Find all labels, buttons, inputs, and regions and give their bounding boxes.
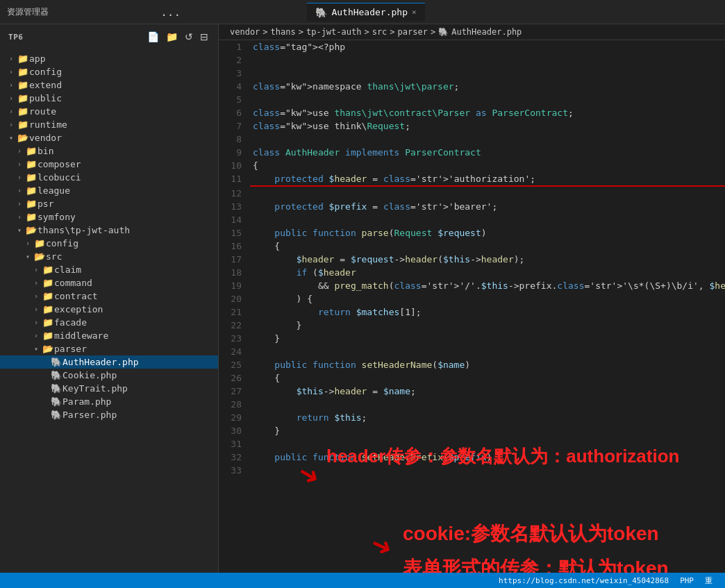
tree-label: bin bbox=[38, 146, 218, 156]
tree-item-command[interactable]: › 📁 command bbox=[0, 276, 218, 289]
line-content: public function setHeaderPrefix($prefix) bbox=[250, 451, 725, 464]
tree-item-composer[interactable]: › 📁 composer bbox=[0, 158, 218, 171]
line-content: { bbox=[250, 371, 725, 385]
line-content: return $matches[1]; bbox=[250, 305, 725, 319]
tree-item-lcobucci[interactable]: › 📁 lcobucci bbox=[0, 171, 218, 184]
title-bar: 资源管理器 ... 🐘 AuthHeader.php × bbox=[0, 0, 725, 24]
line-number: 12 bbox=[219, 187, 250, 200]
line-content: ) { bbox=[250, 292, 725, 305]
tree-label: league bbox=[38, 185, 218, 196]
tree-icon: 📁 bbox=[42, 291, 54, 301]
tree-arrow: › bbox=[6, 121, 17, 128]
line-content: && preg_match(class='str'>'/'.$this->pre… bbox=[250, 279, 725, 292]
breadcrumb-file: AuthHeader.php bbox=[451, 27, 522, 37]
tree-arrow: ▾ bbox=[31, 345, 42, 353]
line-content: class="kw">namespace thans\jwt\parser; bbox=[250, 80, 725, 93]
line-number: 33 bbox=[219, 464, 250, 477]
tab-php-icon: 🐘 bbox=[315, 7, 327, 18]
tree-item-psr[interactable]: › 📁 psr bbox=[0, 197, 218, 210]
line-number: 5 bbox=[219, 93, 250, 106]
tree-icon: 📁 bbox=[17, 93, 29, 103]
line-number: 32 bbox=[219, 451, 250, 464]
line-content: } bbox=[250, 424, 725, 437]
tree-icon: 🐘 bbox=[50, 370, 62, 380]
new-file-button[interactable]: 📄 bbox=[146, 30, 160, 44]
tree-label: composer bbox=[38, 159, 218, 169]
tree-item-public[interactable]: › 📁 public bbox=[0, 92, 218, 105]
tree-icon: 📁 bbox=[42, 330, 54, 341]
line-content: $header = $request->header($this->header… bbox=[250, 253, 725, 266]
tree-icon: 📁 bbox=[17, 119, 29, 130]
tree-item-symfony[interactable]: › 📁 symfony bbox=[0, 210, 218, 224]
tree-item-config2[interactable]: › 📁 config bbox=[0, 237, 218, 250]
code-line-8: 8 bbox=[219, 133, 725, 146]
tree-item-route[interactable]: › 📁 route bbox=[0, 105, 218, 118]
tree-item-claim[interactable]: › 📁 claim bbox=[0, 263, 218, 276]
tree-item-parser[interactable]: ▾ 📂 parser bbox=[0, 342, 218, 355]
tree-label: src bbox=[46, 251, 218, 262]
line-content: class AuthHeader implements ParserContra… bbox=[250, 146, 725, 159]
tree-item-bin[interactable]: › 📁 bin bbox=[0, 144, 218, 158]
code-line-23: 23 } bbox=[219, 332, 725, 345]
active-tab[interactable]: 🐘 AuthHeader.php × bbox=[307, 3, 424, 22]
tree-item-vendor[interactable]: ▾ 📂 vendor bbox=[0, 131, 218, 144]
refresh-button[interactable]: ↺ bbox=[183, 30, 194, 44]
tree-item-middleware[interactable]: › 📁 middleware bbox=[0, 329, 218, 342]
dots-menu[interactable]: ... bbox=[160, 6, 181, 19]
code-editor[interactable]: 1class="tag"><?php234class="kw">namespac… bbox=[219, 40, 725, 573]
breadcrumb-thans: thans bbox=[271, 27, 296, 37]
tree-arrow: › bbox=[6, 68, 17, 76]
code-line-15: 15 public function parse(Request $reques… bbox=[219, 226, 725, 240]
tree-arrow: › bbox=[6, 108, 17, 115]
tree-item-contract[interactable]: › 📁 contract bbox=[0, 289, 218, 303]
tree-icon: 📁 bbox=[17, 67, 29, 77]
code-line-3: 3 bbox=[219, 67, 725, 80]
tab-close-button[interactable]: × bbox=[412, 8, 417, 17]
line-content: class="kw">use think\Request; bbox=[250, 119, 725, 133]
tree-icon: 📂 bbox=[17, 133, 29, 143]
tree-icon: 📁 bbox=[42, 317, 54, 328]
tree-icon: 📁 bbox=[42, 264, 54, 275]
tab-bar: 🐘 AuthHeader.php × bbox=[307, 3, 424, 22]
tree-arrow: › bbox=[31, 319, 42, 326]
tree-label: thans\tp-jwt-auth bbox=[38, 225, 218, 235]
tree-item-facade[interactable]: › 📁 facade bbox=[0, 316, 218, 329]
tree-arrow: › bbox=[14, 213, 25, 221]
tree-icon: 📁 bbox=[17, 106, 29, 117]
line-number: 16 bbox=[219, 240, 250, 253]
line-number: 20 bbox=[219, 292, 250, 305]
tree-item-runtime[interactable]: › 📁 runtime bbox=[0, 118, 218, 131]
line-number: 13 bbox=[219, 200, 250, 213]
tree-item-parser2[interactable]: 🐘 Parser.php bbox=[0, 408, 218, 421]
code-line-6: 6class="kw">use thans\jwt\contract\Parse… bbox=[219, 106, 725, 119]
tree-item-config[interactable]: › 📁 config bbox=[0, 65, 218, 78]
tree-item-authheader[interactable]: 🐘 AuthHeader.php bbox=[0, 355, 218, 369]
line-number: 14 bbox=[219, 213, 250, 226]
code-line-10: 10{ bbox=[219, 159, 725, 172]
tree-item-cookie[interactable]: 🐘 Cookie.php bbox=[0, 369, 218, 382]
collapse-button[interactable]: ⊟ bbox=[199, 30, 210, 44]
tree-item-league[interactable]: › 📁 league bbox=[0, 184, 218, 197]
line-number: 24 bbox=[219, 345, 250, 358]
tree-icon: 📁 bbox=[25, 185, 38, 196]
code-line-19: 19 && preg_match(class='str'>'/'.$this->… bbox=[219, 279, 725, 292]
tree-item-keytrait[interactable]: 🐘 KeyTrait.php bbox=[0, 382, 218, 395]
code-line-4: 4class="kw">namespace thans\jwt\parser; bbox=[219, 80, 725, 93]
tree-label: public bbox=[29, 93, 218, 103]
tree-label: KeyTrait.php bbox=[62, 383, 218, 394]
tree-item-thans-tp-jwt-auth[interactable]: ▾ 📂 thans\tp-jwt-auth bbox=[0, 224, 218, 237]
new-folder-button[interactable]: 📁 bbox=[165, 30, 179, 44]
breadcrumb-icon: 🐘 bbox=[438, 27, 449, 37]
code-line-32: 32 public function setHeaderPrefix($pref… bbox=[219, 451, 725, 464]
code-line-7: 7class="kw">use think\Request; bbox=[219, 119, 725, 133]
code-line-24: 24 bbox=[219, 345, 725, 358]
line-content: $this->header = $name; bbox=[250, 385, 725, 398]
tree-icon: 🐘 bbox=[50, 383, 62, 394]
tree-item-extend[interactable]: › 📁 extend bbox=[0, 78, 218, 92]
line-number: 15 bbox=[219, 226, 250, 240]
line-number: 21 bbox=[219, 305, 250, 319]
tree-item-src[interactable]: ▾ 📂 src bbox=[0, 250, 218, 263]
tree-item-exception[interactable]: › 📁 exception bbox=[0, 303, 218, 316]
tree-item-param[interactable]: 🐘 Param.php bbox=[0, 395, 218, 408]
tree-item-app[interactable]: › 📁 app bbox=[0, 52, 218, 65]
